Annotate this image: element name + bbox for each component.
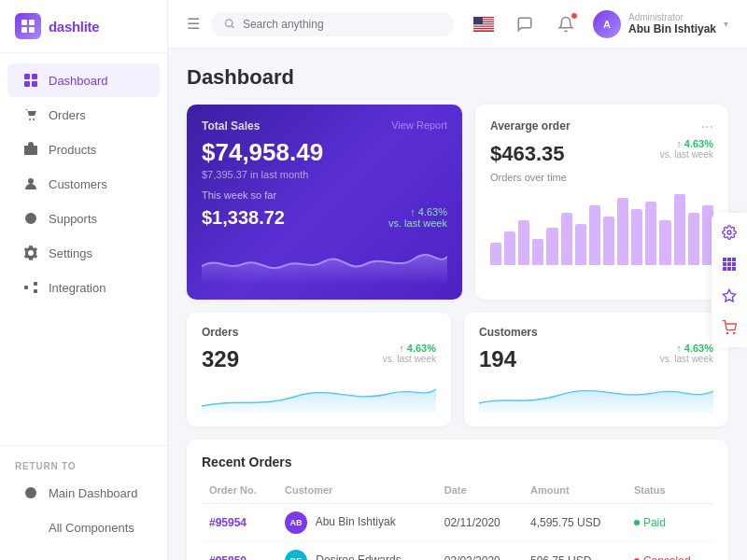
integration-icon xyxy=(22,279,39,296)
svg-rect-12 xyxy=(24,286,28,289)
sidebar-item-dashboard[interactable]: Dashboard xyxy=(7,63,160,97)
orders-card: Orders 329 ↑ 4.63% vs. last week xyxy=(187,313,451,427)
col-customer: Customer xyxy=(277,481,437,504)
header: ☰ xyxy=(168,0,747,49)
search-bar[interactable] xyxy=(211,12,454,36)
bar xyxy=(688,213,699,265)
sidebar-item-orders[interactable]: Orders xyxy=(7,98,160,132)
flag-icon[interactable] xyxy=(470,10,498,38)
svg-point-11 xyxy=(28,178,34,184)
order-no-cell[interactable]: #95954 xyxy=(202,504,277,542)
this-week-label: This week so far xyxy=(202,189,447,201)
bar xyxy=(504,231,515,265)
svg-point-17 xyxy=(225,20,232,26)
float-settings-icon[interactable] xyxy=(715,218,743,246)
status-cell: Paid xyxy=(627,504,713,542)
bar xyxy=(617,198,628,265)
user-menu[interactable]: A Administrator Abu Bin Ishtiyak ▾ xyxy=(593,10,728,38)
svg-point-9 xyxy=(33,119,35,120)
return-to-label: RETURN TO xyxy=(0,454,167,475)
sidebar-item-all-components-label: All Components xyxy=(49,521,134,535)
amount-cell: 4,595.75 USD xyxy=(523,504,627,542)
svg-rect-7 xyxy=(32,81,37,87)
orders-count: 329 xyxy=(202,346,239,372)
customer-cell: AB Abu Bin Ishtiyak xyxy=(277,504,437,542)
average-order-bar-chart xyxy=(490,190,713,265)
orders-icon xyxy=(22,106,39,123)
sidebar-bottom: RETURN TO Main Dashboard All Components xyxy=(0,445,167,560)
svg-rect-24 xyxy=(473,29,494,30)
float-cart-icon[interactable] xyxy=(715,314,743,342)
bottom-cards-row: Orders 329 ↑ 4.63% vs. last week xyxy=(187,313,728,427)
float-grid-icon[interactable] xyxy=(715,250,743,278)
svg-rect-31 xyxy=(727,262,731,266)
orders-sparkline xyxy=(202,380,436,413)
svg-marker-36 xyxy=(723,289,735,301)
orders-card-title: Orders xyxy=(202,326,238,339)
customers-card: Customers 194 ↑ 4.63% vs. last week xyxy=(464,313,728,427)
orders-card-header: Orders xyxy=(202,326,436,339)
this-week-amount: $1,338.72 xyxy=(202,207,285,229)
search-input[interactable] xyxy=(243,18,441,31)
orders-over-time-label: Orders over time xyxy=(490,172,713,183)
logo: dashlite xyxy=(0,0,167,53)
customers-count: 194 xyxy=(479,346,516,372)
sidebar-item-products[interactable]: Products xyxy=(7,133,160,166)
recent-orders-table: Order No. Customer Date Amount Status #9… xyxy=(202,481,713,560)
sidebar-item-customers[interactable]: Customers xyxy=(7,167,160,201)
total-sales-card: Total Sales View Report $74,958.49 $7,39… xyxy=(187,105,462,300)
svg-rect-22 xyxy=(473,24,494,25)
date-cell: 02/02/2020 xyxy=(437,542,523,561)
chat-icon-button[interactable] xyxy=(511,10,539,38)
table-row: #95850 DE Desiree Edwards 02/02/2020 596… xyxy=(202,542,713,561)
svg-rect-32 xyxy=(732,262,736,266)
sidebar-item-main-dashboard-label: Main Dashboard xyxy=(49,486,137,500)
float-star-icon[interactable] xyxy=(715,282,743,310)
customers-card-header: Customers xyxy=(479,326,713,339)
logo-icon xyxy=(15,13,41,39)
hamburger-button[interactable]: ☰ xyxy=(187,15,200,33)
average-order-menu[interactable]: ··· xyxy=(701,119,713,134)
top-cards-row: Total Sales View Report $74,958.49 $7,39… xyxy=(187,105,728,300)
customers-sparkline xyxy=(479,380,713,413)
bar xyxy=(631,209,642,265)
sidebar-item-integration[interactable]: Integration xyxy=(7,271,160,304)
order-no-cell[interactable]: #95850 xyxy=(202,542,277,561)
svg-rect-10 xyxy=(24,146,37,155)
right-float-panel xyxy=(712,213,747,347)
user-name: Abu Bin Ishtiyak xyxy=(628,22,716,35)
sidebar: dashlite Dashboard Orders Products Custo… xyxy=(0,0,168,560)
header-actions: A Administrator Abu Bin Ishtiyak ▾ xyxy=(470,10,728,38)
total-sales-header: Total Sales View Report xyxy=(202,119,447,133)
sidebar-item-integration-label: Integration xyxy=(49,281,106,295)
bar xyxy=(645,202,656,265)
all-components-icon xyxy=(22,519,39,536)
sidebar-item-settings[interactable]: Settings xyxy=(7,236,160,270)
col-date: Date xyxy=(437,481,523,504)
svg-rect-1 xyxy=(29,20,35,25)
search-icon xyxy=(224,18,235,30)
bar xyxy=(532,239,543,265)
sidebar-item-orders-label: Orders xyxy=(49,108,86,122)
sidebar-item-main-dashboard[interactable]: Main Dashboard xyxy=(7,476,160,510)
sidebar-menu: Dashboard Orders Products Customers Supp… xyxy=(0,53,167,441)
customers-card-title: Customers xyxy=(479,326,538,339)
total-sales-change: ↑ 4.63% vs. last week xyxy=(388,206,447,229)
svg-rect-14 xyxy=(34,289,37,293)
col-order-no: Order No. xyxy=(202,481,277,504)
notification-button[interactable] xyxy=(552,10,580,38)
total-sales-sparkline xyxy=(202,238,447,285)
col-amount: Amount xyxy=(523,481,627,504)
svg-rect-2 xyxy=(21,27,27,33)
bar xyxy=(603,217,614,265)
notification-badge xyxy=(571,12,578,20)
amount-cell: 596.75 USD xyxy=(523,542,627,561)
orders-change: ↑ 4.63% xyxy=(383,343,436,354)
sidebar-item-supports[interactable]: Supports xyxy=(7,202,160,235)
main-dashboard-icon xyxy=(22,484,39,501)
bar xyxy=(575,224,586,265)
sidebar-item-all-components[interactable]: All Components xyxy=(7,511,160,544)
average-order-card: Averarge order ··· $463.35 ↑ 4.63% vs. l… xyxy=(475,105,728,300)
view-report-link[interactable]: View Report xyxy=(391,119,447,131)
svg-rect-25 xyxy=(473,17,483,24)
